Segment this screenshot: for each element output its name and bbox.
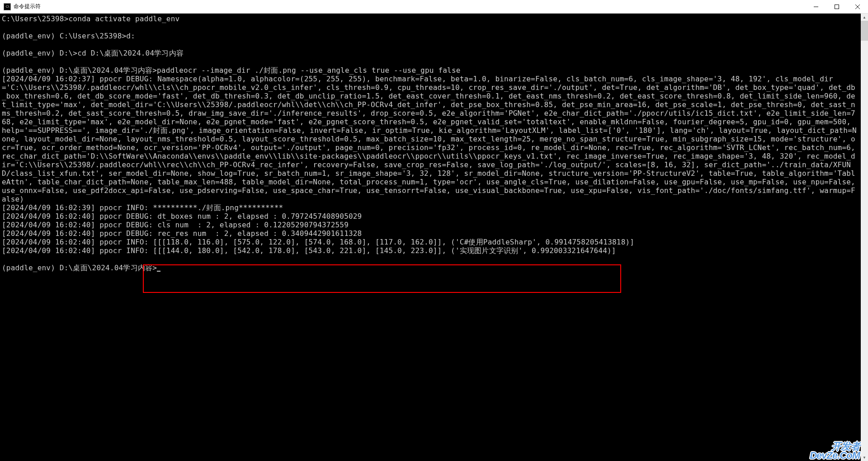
window-title: 命令提示符 <box>14 3 806 10</box>
svg-rect-1 <box>835 5 839 9</box>
cursor <box>157 271 160 272</box>
close-button[interactable] <box>847 0 868 13</box>
vertical-scrollbar[interactable]: ▲ ▼ <box>861 14 868 461</box>
titlebar: C:\ 命令提示符 <box>0 0 868 14</box>
minimize-button[interactable] <box>806 0 826 13</box>
terminal[interactable]: C:\Users\25398>conda activate paddle_env… <box>0 14 861 461</box>
scroll-thumb[interactable] <box>861 21 868 41</box>
scroll-up-arrow[interactable]: ▲ <box>861 14 868 21</box>
cmd-icon: C:\ <box>4 3 11 10</box>
window-controls <box>806 0 868 13</box>
maximize-button[interactable] <box>826 0 847 13</box>
scroll-down-arrow[interactable]: ▼ <box>861 454 868 461</box>
terminal-wrap: C:\Users\25398>conda activate paddle_env… <box>0 14 868 461</box>
